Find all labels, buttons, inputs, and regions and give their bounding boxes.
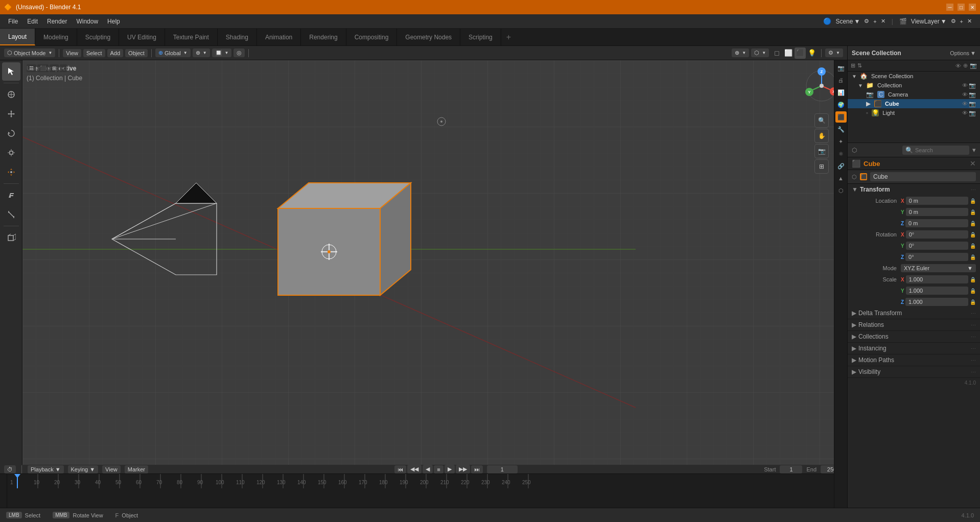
keying-menu[interactable]: Keying ▼ (68, 465, 99, 473)
frame-ruler[interactable]: 1 10 20 30 40 50 60 70 80 90 100 (7, 474, 847, 508)
object-data-tab[interactable]: ▲ (835, 173, 847, 184)
outliner-item-camera[interactable]: 📷 C Camera 👁 📷 (848, 90, 980, 99)
location-z-input[interactable]: 0 m (905, 219, 968, 227)
outliner-item-scene-collection[interactable]: ▼ 🏠 Scene Collection (848, 72, 980, 81)
playback-menu[interactable]: Playback ▼ (28, 465, 64, 473)
options-button[interactable]: ⚙ ▼ (825, 49, 843, 57)
play-btn[interactable]: ▶ (445, 465, 455, 473)
scale-z-input[interactable]: 1.000 (905, 298, 968, 306)
rotation-z-input[interactable]: 0° (905, 253, 968, 261)
world-props-tab[interactable]: 🌍 (835, 99, 847, 110)
transform-section-header[interactable]: ▼ Transform ⋯ (848, 184, 980, 195)
wireframe-shading-btn[interactable]: ◻ (771, 48, 782, 59)
tab-geometry-nodes[interactable]: Geometry Nodes (397, 29, 460, 45)
constraints-tab[interactable]: 🔗 (835, 160, 847, 172)
scene-add-btn[interactable]: + (873, 18, 876, 25)
menu-help[interactable]: Help (103, 17, 124, 26)
tab-texture-paint[interactable]: Texture Paint (165, 29, 218, 45)
select-menu-button[interactable]: Select (83, 49, 105, 57)
cube-view-icon[interactable]: 👁 (962, 101, 968, 107)
menu-window[interactable]: Window (72, 17, 102, 26)
pan-btn[interactable]: ✋ (814, 129, 829, 143)
viewlayer-dropdown[interactable]: ViewLayer ▼ (911, 18, 947, 25)
tab-rendering[interactable]: Rendering (301, 29, 346, 45)
measure-tool-button[interactable] (2, 205, 20, 224)
scene-props-tab[interactable]: 📷 (835, 62, 847, 74)
motion-paths-section[interactable]: ▶ Motion Paths ⋯ (848, 354, 980, 366)
view-menu-button[interactable]: View (63, 49, 81, 57)
add-menu-button[interactable]: Add (107, 49, 124, 57)
outliner-item-collection[interactable]: ▼ 📁 Collection 👁 📷 (848, 81, 980, 90)
material-shading-btn[interactable]: ⬛ (795, 48, 806, 59)
frame-next-btn[interactable]: ▶▶ (456, 465, 470, 473)
viewport-maximise-btn[interactable]: ⬛ (37, 64, 49, 72)
camera-view-btn[interactable]: 📷 (814, 144, 829, 158)
marker-menu[interactable]: Marker (125, 465, 148, 473)
pivot-point-button[interactable]: ⊕ ▼ (193, 49, 210, 57)
orthographic-btn[interactable]: ⊞ (814, 159, 829, 174)
viewlayer-add-btn[interactable]: + (960, 18, 963, 25)
properties-search-input[interactable] (915, 147, 966, 153)
col-view-icon[interactable]: 👁 (962, 82, 968, 89)
overlays-button[interactable]: ⬡ ▼ (751, 49, 769, 57)
jump-start-btn[interactable]: ⏮ (394, 465, 406, 473)
menu-render[interactable]: Render (43, 17, 71, 26)
scene-del-btn[interactable]: ✕ (881, 18, 885, 25)
delta-transform-section[interactable]: ▶ Delta Transform ⋯ (848, 307, 980, 319)
select-tool-button[interactable] (2, 62, 20, 81)
particles-tab[interactable]: ✦ (835, 136, 847, 147)
rotation-x-input[interactable]: 0° (906, 230, 968, 239)
add-cube-button[interactable] (2, 228, 20, 247)
rendered-shading-btn[interactable]: 💡 (806, 48, 818, 59)
collection-collapse-btn[interactable]: ▼ (852, 74, 857, 79)
material-tab[interactable]: ⬡ (835, 185, 847, 196)
properties-filter-btn[interactable]: ▾ (972, 146, 976, 154)
tab-compositing[interactable]: Compositing (346, 29, 398, 45)
gizmos-toggle[interactable]: ⊕ ▼ (732, 49, 749, 57)
outliner-sort-btn[interactable]: ⇅ (857, 62, 862, 69)
object-menu-button[interactable]: Object (125, 49, 148, 57)
location-z-lock[interactable]: 🔒 (970, 221, 976, 226)
editor-type-button[interactable]: ⬡ Object Mode ▼ (4, 49, 55, 57)
scale-tool-button[interactable] (2, 144, 20, 162)
stop-btn[interactable]: ■ (434, 465, 444, 473)
rotation-y-input[interactable]: 0° (906, 242, 968, 250)
relations-section[interactable]: ▶ Relations ⋯ (848, 319, 980, 331)
maximize-button[interactable]: □ (958, 4, 965, 11)
zoom-in-btn[interactable]: 🔍 (814, 113, 829, 128)
physics-tab[interactable]: ⚛ (835, 148, 847, 159)
tab-layout[interactable]: Layout (0, 29, 35, 45)
viewport-grid-btn[interactable]: ⊞ (50, 64, 59, 72)
visibility-section[interactable]: ▶ Visibility ⋯ (848, 366, 980, 378)
menu-file[interactable]: File (4, 17, 22, 26)
solid-shading-btn[interactable]: ⬜ (783, 48, 794, 59)
location-x-input[interactable]: 0 m (906, 197, 968, 205)
current-frame-input[interactable]: 1 (487, 465, 518, 473)
light-render-icon[interactable]: 📷 (969, 110, 976, 116)
scene-dropdown[interactable]: Scene ▼ (835, 18, 860, 25)
frame-prev-btn[interactable]: ◀◀ (407, 465, 422, 473)
rotation-z-lock[interactable]: 🔒 (970, 254, 976, 260)
rotation-mode-select[interactable]: XYZ Euler ▼ (901, 264, 976, 272)
viewport-small-btn[interactable]: ▫ (60, 64, 67, 72)
transform-orientation-button[interactable]: ⊕ Global ▼ (155, 49, 191, 57)
cursor-tool-button[interactable] (2, 85, 20, 104)
scale-y-input[interactable]: 1.000 (906, 287, 968, 295)
tab-sculpting[interactable]: Sculpting (77, 29, 119, 45)
proportional-edit-button[interactable]: ◎ (234, 49, 245, 57)
instancing-section[interactable]: ▶ Instancing ⋯ (848, 343, 980, 354)
menu-edit[interactable]: Edit (23, 17, 42, 26)
object-name-input[interactable] (870, 172, 976, 181)
view-layer-tab[interactable]: 📊 (835, 87, 847, 98)
timeline-editor-type[interactable]: ⏱ (4, 465, 16, 473)
outliner-options-btn[interactable]: Options ▼ (950, 50, 976, 56)
add-workspace-button[interactable]: + (501, 29, 516, 45)
col-render-icon[interactable]: 📷 (969, 82, 976, 89)
rotation-x-lock[interactable]: 🔒 (970, 232, 976, 238)
properties-mode-btn[interactable]: ⬡ (852, 147, 857, 154)
viewport-menu-btn[interactable]: ☰ (27, 64, 36, 72)
scale-x-lock[interactable]: 🔒 (970, 277, 976, 282)
location-y-lock[interactable]: 🔒 (970, 209, 976, 215)
move-tool-button[interactable] (2, 105, 20, 123)
properties-close-btn[interactable]: ✕ (970, 159, 976, 168)
